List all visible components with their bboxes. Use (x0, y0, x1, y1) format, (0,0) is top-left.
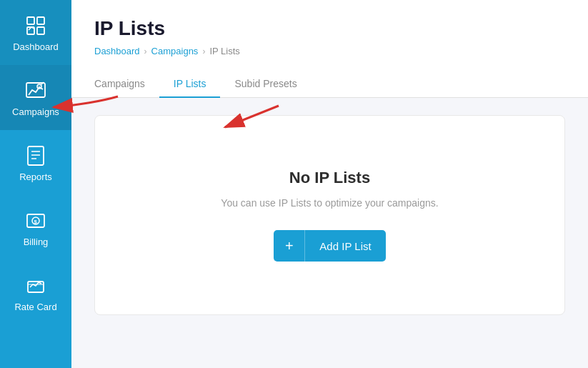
sidebar-item-dashboard[interactable]: Dashboard (0, 0, 71, 65)
sidebar-item-label: Campaigns (12, 106, 59, 117)
dashboard-icon (21, 13, 50, 39)
svg-rect-3 (37, 27, 44, 34)
add-ip-list-button[interactable]: + Add IP List (274, 230, 385, 262)
tab-campaigns[interactable]: Campaigns (94, 71, 159, 98)
tabs: Campaigns IP Lists Subid Presets (71, 71, 588, 98)
rate-card-icon (21, 273, 50, 299)
campaigns-icon (21, 78, 50, 104)
breadcrumb-current: IP Lists (209, 46, 239, 56)
add-icon: + (274, 230, 305, 262)
content-area: No IP Lists You can use IP Lists to opti… (71, 98, 588, 368)
svg-rect-7 (28, 146, 44, 165)
sidebar: Dashboard Campaigns Reports (0, 0, 71, 368)
main-content: IP Lists Dashboard › Campaigns › IP List… (71, 0, 588, 368)
breadcrumb-campaigns[interactable]: Campaigns (151, 46, 199, 56)
breadcrumb-sep-1: › (144, 46, 147, 56)
empty-state-description: You can use IP Lists to optimize your ca… (221, 197, 438, 209)
reports-icon (21, 143, 50, 169)
add-ip-list-label: Add IP List (305, 240, 385, 252)
breadcrumb-sep-2: › (202, 46, 205, 56)
billing-icon: $ (21, 208, 50, 234)
sidebar-item-billing[interactable]: $ Billing (0, 195, 71, 260)
sidebar-item-label: Rate Card (14, 302, 56, 312)
breadcrumb-dashboard[interactable]: Dashboard (94, 46, 140, 56)
tab-ip-lists[interactable]: IP Lists (159, 71, 221, 98)
empty-state-title: No IP Lists (289, 169, 370, 187)
sidebar-item-rate-card[interactable]: Rate Card (0, 260, 71, 325)
svg-rect-1 (37, 17, 44, 24)
svg-text:$: $ (34, 219, 38, 225)
sidebar-item-campaigns[interactable]: Campaigns (0, 65, 71, 130)
sidebar-item-label: Billing (24, 237, 49, 247)
main-header: IP Lists Dashboard › Campaigns › IP List… (71, 0, 588, 71)
empty-state-card: No IP Lists You can use IP Lists to opti… (94, 115, 565, 315)
breadcrumb: Dashboard › Campaigns › IP Lists (94, 46, 565, 56)
sidebar-item-label: Reports (19, 171, 52, 182)
sidebar-item-label: Dashboard (13, 41, 59, 52)
svg-rect-0 (27, 17, 34, 24)
sidebar-item-reports[interactable]: Reports (0, 130, 71, 195)
tab-subid-presets[interactable]: Subid Presets (220, 71, 311, 98)
page-title: IP Lists (94, 17, 565, 40)
